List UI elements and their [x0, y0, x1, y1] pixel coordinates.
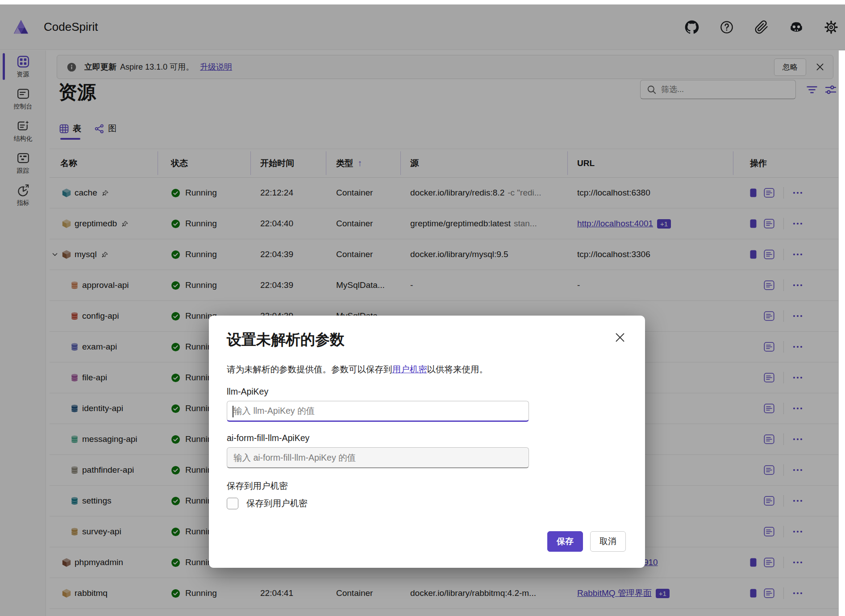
scrollbar-gutter — [839, 50, 845, 616]
secret-section-label: 保存到用户机密 — [227, 480, 626, 492]
checkbox-label: 保存到用户机密 — [246, 497, 308, 509]
llm-apikey-input[interactable] — [227, 401, 529, 420]
save-button[interactable]: 保存 — [547, 531, 583, 552]
ai-form-fill-input[interactable] — [227, 448, 529, 467]
user-secrets-link[interactable]: 用户机密 — [392, 364, 427, 374]
ai-form-fill-field-wrap — [227, 447, 529, 468]
dialog-description: 请为未解析的参数提供值。参数可以保存到用户机密以供将来使用。 — [227, 363, 626, 375]
field-label-llm-apikey: llm-ApiKey — [227, 387, 626, 397]
set-parameters-dialog: 设置未解析的参数 请为未解析的参数提供值。参数可以保存到用户机密以供将来使用。 … — [209, 316, 645, 568]
field-label-ai-form-fill: ai-form-fill-llm-ApiKey — [227, 433, 626, 443]
llm-apikey-field-wrap — [227, 401, 529, 422]
app-window: CodeSpirit — [0, 0, 845, 616]
text-caret — [233, 406, 233, 417]
dialog-close-icon[interactable] — [614, 332, 626, 343]
cancel-button[interactable]: 取消 — [590, 531, 626, 552]
dialog-title: 设置未解析的参数 — [227, 330, 345, 350]
save-to-user-secrets-checkbox[interactable] — [227, 498, 238, 509]
